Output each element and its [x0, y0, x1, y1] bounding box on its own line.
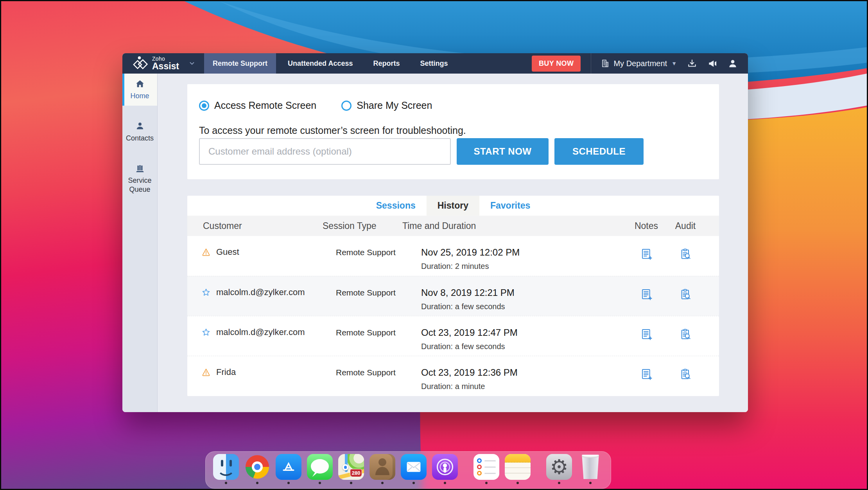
running-indicator — [589, 482, 592, 484]
customer-email-input[interactable] — [199, 138, 451, 165]
dock-separator — [533, 454, 543, 480]
buy-now-button[interactable]: BUY NOW — [532, 56, 581, 72]
audit-icon[interactable] — [679, 368, 692, 380]
favorite-star-icon[interactable] — [201, 328, 211, 337]
notes-dock-icon[interactable] — [505, 454, 531, 484]
maps-dock-icon[interactable]: 280 — [338, 454, 364, 484]
zoho-assist-window: Zoho Assist Remote Support Unattended Ac… — [122, 53, 748, 412]
maps-icon: 280 — [338, 454, 364, 480]
chevron-down-icon[interactable] — [188, 53, 195, 74]
service-queue-icon — [135, 163, 145, 173]
sessions-history-panel: Sessions History Favorites Customer Sess… — [187, 196, 719, 396]
finder-icon — [213, 454, 239, 480]
schedule-button[interactable]: SCHEDULE — [554, 138, 644, 165]
department-selector[interactable]: My Department ▼ — [601, 59, 677, 68]
session-start-panel: Access Remote Screen Share My Screen To … — [187, 84, 719, 179]
radio-access-remote-screen[interactable]: Access Remote Screen — [199, 100, 316, 111]
table-row: Guest Remote Support Nov 25, 2019 12:02 … — [187, 236, 719, 276]
trash-dock-icon[interactable] — [577, 454, 603, 484]
session-form: START NOW SCHEDULE — [199, 138, 644, 165]
session-type: Remote Support — [323, 367, 402, 377]
session-duration: Duration: a minute — [421, 382, 627, 391]
app-store-icon — [276, 454, 301, 480]
audit-icon[interactable] — [679, 288, 692, 301]
session-type: Remote Support — [323, 327, 402, 337]
department-label: My Department — [613, 59, 667, 68]
session-time: Oct 23, 2019 12:36 PM — [421, 367, 627, 378]
messages-icon — [307, 454, 333, 480]
radio-label: Share My Screen — [357, 100, 432, 111]
radio-label: Access Remote Screen — [214, 100, 316, 111]
notes-app-icon — [505, 454, 531, 480]
sidebar-item-service-queue[interactable]: Service Queue — [122, 159, 157, 198]
navbar-right: BUY NOW My Department ▼ — [532, 53, 748, 74]
col-session-type: Session Type — [323, 221, 402, 231]
nav-tab-reports[interactable]: Reports — [364, 53, 408, 74]
running-indicator — [350, 482, 352, 484]
megaphone-icon[interactable] — [707, 58, 717, 68]
primary-nav: Remote Support Unattended Access Reports… — [204, 53, 456, 74]
mail-dock-icon[interactable] — [401, 454, 427, 484]
table-row: malcolm.d@zylker.com Remote Support Oct … — [187, 316, 719, 356]
nav-tab-unattended-access[interactable]: Unattended Access — [279, 53, 361, 74]
desktop: Zoho Assist Remote Support Unattended Ac… — [0, 0, 868, 490]
contacts-dock-icon[interactable] — [369, 454, 395, 484]
sidebar-item-contacts[interactable]: Contacts — [122, 115, 157, 149]
window-body: Home Contacts Service Queue — [122, 74, 748, 412]
messages-dock-icon[interactable] — [307, 454, 333, 484]
running-indicator — [287, 482, 290, 484]
tab-sessions[interactable]: Sessions — [365, 196, 427, 216]
finder-dock-icon[interactable] — [213, 454, 239, 484]
session-time: Nov 25, 2019 12:02 PM — [421, 247, 627, 258]
system-preferences-dock-icon[interactable]: ⚙ — [546, 454, 572, 484]
running-indicator — [225, 482, 227, 484]
customer-name: Frida — [216, 367, 236, 377]
sidebar-item-label: Home — [130, 92, 149, 101]
radio-selected-icon — [199, 101, 209, 111]
running-indicator — [412, 482, 415, 484]
chrome-icon — [244, 454, 270, 480]
user-account-icon[interactable] — [728, 58, 738, 68]
notes-add-icon[interactable] — [640, 368, 653, 380]
trash-icon — [577, 454, 603, 480]
top-navbar: Zoho Assist Remote Support Unattended Ac… — [122, 53, 748, 74]
notes-add-icon[interactable] — [640, 328, 653, 340]
main-content: Access Remote Screen Share My Screen To … — [158, 74, 748, 412]
notes-add-icon[interactable] — [640, 288, 653, 301]
sidebar-item-home[interactable]: Home — [122, 74, 157, 106]
audit-icon[interactable] — [679, 248, 692, 260]
mail-icon — [401, 454, 427, 480]
navbar-divider — [591, 53, 591, 74]
nav-tab-remote-support[interactable]: Remote Support — [204, 53, 276, 74]
podcasts-dock-icon[interactable] — [432, 454, 458, 484]
caret-down-icon: ▼ — [671, 60, 677, 67]
history-tabs: Sessions History Favorites — [187, 196, 719, 216]
notes-add-icon[interactable] — [640, 248, 653, 260]
download-icon[interactable] — [687, 58, 697, 68]
running-indicator — [558, 482, 560, 484]
dock-separator — [461, 454, 471, 480]
system-preferences-icon: ⚙ — [546, 454, 572, 480]
col-notes: Notes — [627, 221, 666, 231]
chrome-dock-icon[interactable] — [244, 454, 270, 484]
start-now-button[interactable]: START NOW — [457, 138, 549, 165]
reminders-dock-icon[interactable] — [473, 454, 499, 484]
audit-icon[interactable] — [679, 328, 692, 340]
tab-favorites[interactable]: Favorites — [479, 196, 541, 216]
session-type: Remote Support — [323, 287, 402, 297]
col-audit: Audit — [666, 221, 705, 231]
sidebar-item-label: Service Queue — [124, 176, 155, 194]
running-indicator — [485, 482, 488, 484]
col-time-duration: Time and Duration — [402, 221, 627, 231]
warning-icon — [201, 368, 211, 377]
tab-history[interactable]: History — [427, 196, 479, 216]
col-customer: Customer — [187, 221, 323, 231]
app-store-dock-icon[interactable] — [276, 454, 301, 484]
warning-icon — [201, 247, 211, 257]
contacts-app-icon — [369, 454, 395, 480]
zoho-assist-logo[interactable]: Zoho Assist — [122, 53, 179, 74]
dock: 280 — [205, 451, 611, 489]
favorite-star-icon[interactable] — [201, 288, 211, 297]
nav-tab-settings[interactable]: Settings — [411, 53, 456, 74]
radio-share-my-screen[interactable]: Share My Screen — [341, 100, 432, 111]
